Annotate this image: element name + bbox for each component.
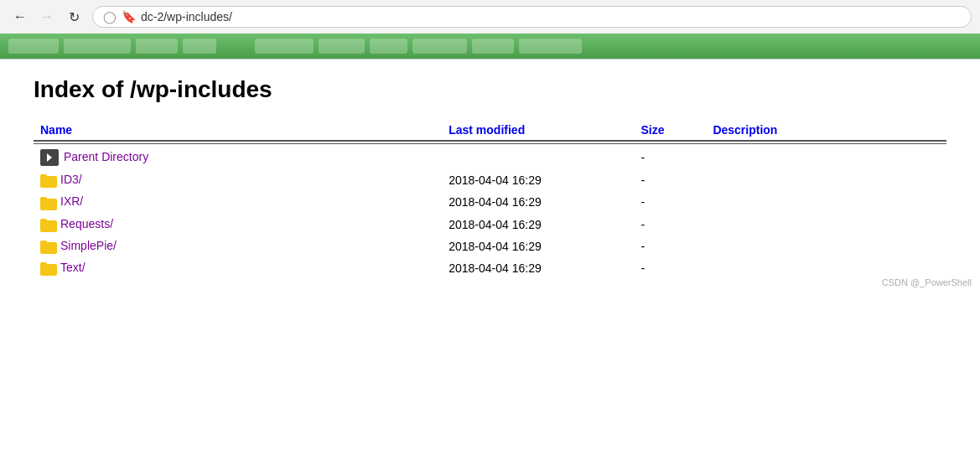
nav-buttons: ← → ↻ — [8, 5, 86, 28]
bookmark-item-10[interactable] — [519, 39, 582, 54]
svg-rect-5 — [40, 197, 47, 202]
folder-link[interactable]: IXR/ — [60, 194, 83, 208]
bookmark-item-9[interactable] — [472, 39, 514, 54]
parent-directory-link[interactable]: Parent Directory — [64, 150, 148, 163]
col-modified-link[interactable]: Last modified — [449, 123, 525, 137]
svg-rect-3 — [40, 174, 47, 179]
svg-rect-7 — [40, 219, 47, 224]
forward-button[interactable]: → — [35, 5, 59, 28]
svg-rect-9 — [40, 241, 47, 246]
folder-icon — [40, 261, 60, 274]
bookmark-item-1[interactable] — [8, 39, 59, 54]
entry-desc-cell — [706, 214, 946, 235]
entry-size-cell: - — [634, 235, 706, 257]
col-name-header[interactable]: Name — [34, 120, 442, 141]
bookmark-item-5[interactable] — [255, 39, 314, 54]
address-text: dc-2/wp-includes/ — [141, 10, 232, 23]
folder-link[interactable]: SimplePie/ — [60, 239, 117, 252]
bookmark-item-3[interactable] — [136, 39, 178, 54]
table-row: Text/2018-04-04 16:29- — [34, 257, 946, 279]
table-row: IXR/2018-04-04 16:29- — [34, 191, 946, 213]
entry-modified-cell: 2018-04-04 16:29 — [442, 191, 634, 213]
entry-size-cell: - — [634, 169, 706, 191]
col-desc-header[interactable]: Description — [706, 120, 946, 141]
col-name-link[interactable]: Name — [40, 123, 72, 137]
page-content: Index of /wp-includes Name Last modified… — [0, 59, 980, 296]
entry-name-cell: ID3/ — [34, 169, 442, 191]
parent-dir-icon — [40, 149, 59, 166]
entry-modified-cell: 2018-04-04 16:29 — [442, 214, 634, 235]
folder-icon — [40, 194, 60, 208]
entry-name-cell: Text/ — [34, 257, 442, 279]
bookmark-item-8[interactable] — [412, 39, 467, 54]
entry-name-cell: Requests/ — [34, 214, 442, 235]
entry-desc-cell — [706, 257, 946, 279]
security-icon: ◯ — [103, 10, 117, 23]
bookmark-item-7[interactable] — [370, 39, 407, 54]
entry-desc-cell — [706, 191, 946, 213]
folder-icon — [40, 217, 60, 230]
entry-desc-cell — [706, 146, 946, 169]
col-modified-header[interactable]: Last modified — [442, 120, 634, 141]
bookmark-item-6[interactable] — [319, 39, 365, 54]
folder-icon — [40, 173, 60, 186]
folder-link[interactable]: Requests/ — [60, 217, 113, 230]
back-button[interactable]: ← — [8, 5, 32, 28]
entry-size-cell: - — [634, 146, 706, 169]
entry-modified-cell — [442, 146, 634, 169]
table-row: Parent Directory- — [34, 146, 946, 169]
address-bar[interactable]: ◯ 🔖 dc-2/wp-includes/ — [92, 6, 972, 28]
entry-size-cell: - — [634, 257, 706, 279]
browser-toolbar: ← → ↻ ◯ 🔖 dc-2/wp-includes/ — [0, 0, 980, 34]
svg-rect-11 — [40, 262, 47, 267]
entry-modified-cell: 2018-04-04 16:29 — [442, 257, 634, 279]
bookmark-bar — [0, 34, 980, 59]
bookmark-item-4[interactable] — [183, 39, 216, 54]
table-row: ID3/2018-04-04 16:29- — [34, 169, 946, 191]
directory-table: Name Last modified Size Description Pare… — [34, 120, 946, 279]
entry-modified-cell: 2018-04-04 16:29 — [442, 235, 634, 257]
col-desc-link[interactable]: Description — [713, 123, 777, 137]
browser-chrome: ← → ↻ ◯ 🔖 dc-2/wp-includes/ — [0, 0, 980, 59]
table-header-row: Name Last modified Size Description — [34, 120, 946, 141]
entry-name-cell: IXR/ — [34, 191, 442, 213]
entry-modified-cell: 2018-04-04 16:29 — [442, 169, 634, 191]
watermark: CSDN @_PowerShell — [882, 277, 972, 287]
col-size-link[interactable]: Size — [640, 123, 664, 137]
reload-button[interactable]: ↻ — [62, 5, 86, 28]
entry-desc-cell — [706, 169, 946, 191]
bookmark-icon: 🔖 — [122, 10, 136, 23]
entry-size-cell: - — [634, 214, 706, 235]
bookmark-item-2[interactable] — [64, 39, 131, 54]
table-row: Requests/2018-04-04 16:29- — [34, 214, 946, 235]
col-size-header[interactable]: Size — [634, 120, 706, 141]
entry-size-cell: - — [634, 191, 706, 213]
entry-desc-cell — [706, 235, 946, 257]
folder-link[interactable]: ID3/ — [60, 173, 82, 186]
table-row: SimplePie/2018-04-04 16:29- — [34, 235, 946, 257]
page-title: Index of /wp-includes — [34, 76, 946, 103]
entry-name-cell: SimplePie/ — [34, 235, 442, 257]
folder-icon — [40, 239, 60, 252]
entry-name-cell: Parent Directory — [34, 146, 442, 169]
folder-link[interactable]: Text/ — [60, 261, 86, 274]
